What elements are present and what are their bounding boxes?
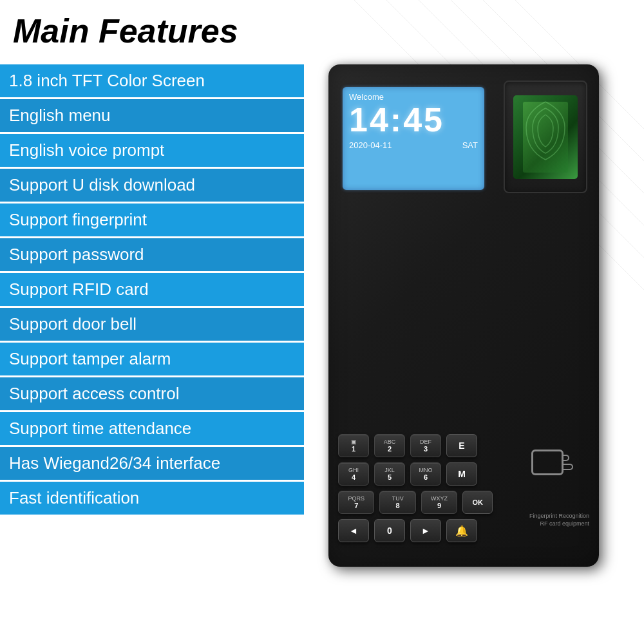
device-image: Welcome 14:45 2020-04-11 SAT (316, 52, 625, 605)
key-3[interactable]: DEF 3 (410, 434, 441, 457)
rfid-waves (562, 455, 573, 470)
device-label: Fingerprint Recognition RF card equipmen… (529, 512, 589, 528)
rfid-wave-1 (562, 455, 569, 461)
feature-item-3: Support U disk download (0, 169, 304, 202)
fingerprint-sensor (504, 80, 587, 193)
device-body: Welcome 14:45 2020-04-11 SAT (328, 64, 599, 567)
feature-item-7: Support door bell (0, 308, 304, 341)
key-7[interactable]: PQRS 7 (338, 491, 374, 514)
feature-item-5: Support password (0, 238, 304, 271)
key-4[interactable]: GHI 4 (338, 462, 369, 486)
key-e[interactable]: E (446, 434, 477, 457)
key-8[interactable]: TUV 8 (379, 491, 415, 514)
key-m[interactable]: M (446, 462, 477, 486)
feature-item-1: English menu (0, 99, 304, 132)
keypad-row-2: GHI 4 JKL 5 MNO 6 M (338, 462, 493, 486)
feature-item-2: English voice prompt (0, 134, 304, 167)
features-list: 1.8 inch TFT Color Screen English menu E… (0, 64, 304, 516)
key-6[interactable]: MNO 6 (410, 462, 441, 486)
key-5[interactable]: JKL 5 (374, 462, 405, 486)
keypad-row-4: ◄ 0 ► 🔔 (338, 519, 493, 542)
feature-item-4: Support fingerprint (0, 204, 304, 236)
key-0[interactable]: 0 (374, 519, 405, 542)
feature-item-9: Support access control (0, 377, 304, 410)
screen-date: 2020-04-11 (349, 140, 392, 150)
page-title: Main Features (0, 0, 644, 58)
key-ok[interactable]: OK (462, 491, 493, 514)
rfid-area (515, 438, 580, 489)
keypad-row-1: ▣ 1 ABC 2 DEF 3 E (338, 434, 493, 457)
feature-item-11: Has Wiegand26/34 interface (0, 447, 304, 480)
key-bell[interactable]: 🔔 (446, 519, 477, 542)
key-9[interactable]: WXYZ 9 (421, 491, 457, 514)
rfid-icon (531, 450, 564, 475)
device-keypad: ▣ 1 ABC 2 DEF 3 E GHI (338, 434, 493, 547)
rfid-wave-2 (562, 464, 573, 470)
feature-item-8: Support tamper alarm (0, 343, 304, 375)
screen-time-display: 14:45 (349, 103, 478, 137)
key-left[interactable]: ◄ (338, 519, 369, 542)
key-2[interactable]: ABC 2 (374, 434, 405, 457)
fingerprint-surface (513, 95, 578, 179)
key-right[interactable]: ► (410, 519, 441, 542)
feature-item-12: Fast identification (0, 482, 304, 515)
screen-day: SAT (462, 140, 478, 150)
key-1[interactable]: ▣ 1 (338, 434, 369, 457)
screen-welcome-text: Welcome (349, 92, 478, 102)
keypad-row-3: PQRS 7 TUV 8 WXYZ 9 OK (338, 491, 493, 514)
screen-date-row: 2020-04-11 SAT (349, 140, 478, 150)
feature-item-10: Support time attendance (0, 412, 304, 445)
feature-item-0: 1.8 inch TFT Color Screen (0, 64, 304, 97)
feature-item-6: Support RFID card (0, 273, 304, 306)
device-screen: Welcome 14:45 2020-04-11 SAT (343, 87, 484, 190)
